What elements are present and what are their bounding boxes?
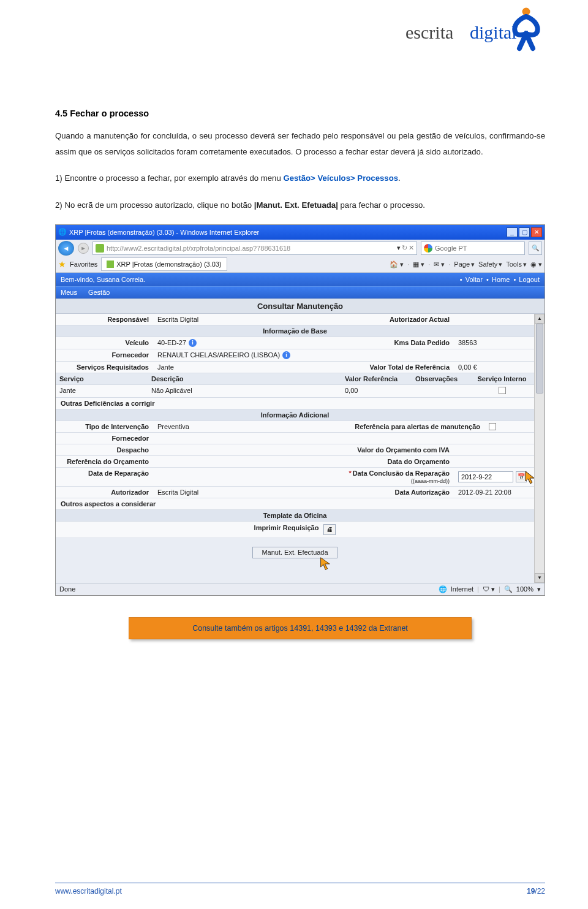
search-input[interactable]	[435, 245, 522, 252]
lbl-data-concl: *Data Conclusão da Reparação ((aaaa-mm-d…	[326, 468, 454, 486]
page-menu[interactable]: Page ▾	[454, 261, 475, 268]
subheader-base: Informação de Base	[56, 325, 534, 337]
url-input[interactable]	[107, 245, 397, 252]
col-valor-ref: Valor Referência	[341, 373, 412, 384]
home-link[interactable]: Home	[492, 276, 510, 283]
forward-button[interactable]: ►	[78, 243, 89, 254]
lbl-despacho: Despacho	[56, 444, 154, 455]
window-title-text: XRP |Frotas (demonstração) (3.03) - Wind…	[67, 229, 505, 236]
tools-menu[interactable]: Tools ▾	[506, 261, 527, 268]
status-zoom[interactable]: 100%	[516, 585, 533, 593]
voltar-link[interactable]: Voltar	[466, 276, 483, 283]
svg-marker-1	[526, 471, 534, 484]
window-close-button[interactable]: ✕	[531, 227, 542, 237]
lbl-fornecedor2: Fornecedor	[56, 433, 154, 444]
scroll-track[interactable]	[535, 324, 545, 573]
val-responsavel: Escrita Digital	[154, 314, 326, 325]
subheader-adicional: Informação Adicional	[56, 409, 534, 421]
favorites-star-icon[interactable]: ★	[58, 259, 66, 269]
safety-menu[interactable]: Safety ▾	[478, 261, 502, 268]
brand-logo: escrita digital	[0, 3, 564, 55]
mail-icon[interactable]: ✉ ▾	[434, 261, 445, 268]
manut-ext-efetuada-button[interactable]: Manut. Ext. Efectuada	[252, 547, 337, 558]
lbl-data-aut: Data Autorização	[326, 487, 454, 498]
vertical-scrollbar[interactable]: ▲ ▼	[534, 314, 545, 583]
scroll-up-icon[interactable]: ▲	[535, 314, 545, 324]
p2-prefix: 1) Encontre o processo a fechar, por exe…	[55, 173, 283, 183]
p3-suffix: para fechar o processo.	[338, 200, 425, 210]
hint-data-concl: ((aaaa-mm-dd))	[411, 478, 450, 484]
checkbox-servico-interno[interactable]	[499, 387, 506, 394]
p2-suffix: .	[398, 173, 401, 183]
paragraph-intro: Quando a manutenção for concluída, o seu…	[55, 128, 545, 159]
cursor-icon	[319, 557, 334, 571]
lbl-tipo-int: Tipo de Intervenção	[56, 421, 154, 432]
cell-servico: Jante	[56, 385, 148, 397]
print-row: Imprimir Requisição 🖨	[56, 522, 534, 538]
scroll-thumb[interactable]	[536, 324, 543, 394]
footer-page-num: 19	[527, 887, 535, 896]
stop-icon[interactable]: ✕	[409, 244, 414, 252]
logout-link[interactable]: Logout	[519, 276, 540, 283]
paragraph-step-1: 1) Encontre o processo a fechar, por exe…	[55, 170, 545, 186]
favorites-row: ★ Favorites XRP |Frotas (demonstração) (…	[56, 257, 545, 273]
lbl-veiculo: Veículo	[56, 337, 154, 349]
brand-word-1: escrita	[405, 22, 453, 42]
window-maximize-button[interactable]: ▢	[519, 227, 530, 237]
lbl-valor-ref: Valor Total de Referência	[326, 362, 454, 373]
browser-nav-toolbar: ◄ ► ▾ ↻ ✕ 🔍	[56, 240, 545, 257]
window-minimize-button[interactable]: _	[507, 227, 518, 237]
browser-search-box[interactable]	[421, 242, 525, 255]
lbl-imprimir: Imprimir Requisição	[254, 524, 319, 535]
menu-gestao[interactable]: Gestão	[88, 289, 110, 296]
brand-word-2: digital	[470, 22, 517, 42]
search-go-button[interactable]: 🔍	[529, 242, 542, 255]
internet-zone-icon: 🌐	[439, 585, 447, 593]
address-bar[interactable]: ▾ ↻ ✕	[92, 242, 417, 255]
browser-tab[interactable]: XRP |Frotas (demonstração) (3.03)	[101, 257, 227, 271]
p3-prefix: 2) No ecrã de um processo autorizado, cl…	[55, 200, 254, 210]
subheader-template: Template da Oficina	[56, 510, 534, 522]
info-icon[interactable]: i	[189, 339, 197, 347]
status-done: Done	[59, 585, 439, 593]
services-table-row: Jante Não Aplicável 0,00	[56, 385, 534, 398]
val-autorizador: Escrita Digital	[154, 487, 326, 498]
col-descricao: Descrição	[148, 373, 341, 384]
lbl-data-rep: Data de Reparação	[56, 468, 154, 486]
page-footer: www.escritadigital.pt 19/22	[55, 883, 545, 896]
url-dropdown-icon[interactable]: ▾	[397, 244, 401, 252]
protected-mode-icon[interactable]: 🛡 ▾	[483, 585, 495, 593]
home-icon[interactable]: 🏠 ▾	[390, 261, 404, 268]
callout-box: Consulte também os artigos 14391, 14393 …	[129, 617, 472, 639]
lbl-outros-asp: Outros aspectos a considerar	[56, 498, 534, 509]
scroll-down-icon[interactable]: ▼	[535, 573, 545, 583]
footer-page-total: /22	[535, 887, 545, 896]
google-icon	[424, 244, 432, 253]
app-top-bar: Bem-vindo, Susana Correia. • Voltar • Ho…	[56, 273, 545, 286]
refresh-icon[interactable]: ↻	[402, 244, 407, 252]
checkbox-ref-alerta[interactable]	[489, 423, 496, 430]
val-autorizador-atual	[454, 314, 534, 325]
section-heading: 4.5 Fechar o processo	[55, 108, 545, 118]
back-button[interactable]: ◄	[58, 241, 74, 256]
zoom-dropdown-icon[interactable]: ▾	[537, 585, 541, 593]
zoom-icon[interactable]: 🔍	[504, 585, 513, 593]
print-icon[interactable]: 🖨	[323, 524, 336, 535]
screenshot-window: 🌐 XRP |Frotas (demonstração) (3.03) - Wi…	[55, 224, 545, 596]
info-icon[interactable]: i	[282, 351, 290, 359]
help-icon[interactable]: ◉ ▾	[530, 261, 542, 268]
action-button-area: Manut. Ext. Efectuada	[56, 538, 534, 583]
cell-descricao: Não Aplicável	[148, 385, 341, 397]
input-data-conclusao[interactable]	[458, 471, 513, 482]
col-servico: Serviço	[56, 373, 148, 384]
val-serv-req: Jante	[154, 362, 326, 373]
favorites-label[interactable]: Favorites	[70, 261, 97, 268]
tab-favicon	[107, 261, 114, 268]
app-page-title: Consultar Manutenção	[56, 299, 545, 314]
window-titlebar: 🌐 XRP |Frotas (demonstração) (3.03) - Wi…	[56, 225, 545, 240]
feeds-icon[interactable]: ▦ ▾	[413, 261, 424, 268]
command-bar: 🏠 ▾ · ▦ ▾ · ✉ ▾ · Page ▾ Safety ▾ Tools …	[390, 261, 542, 268]
menu-meus[interactable]: Meus	[61, 289, 77, 296]
services-table-header: Serviço Descrição Valor Referência Obser…	[56, 373, 534, 385]
lbl-ref-alerta: Referência para alertas de manutenção	[326, 421, 485, 432]
